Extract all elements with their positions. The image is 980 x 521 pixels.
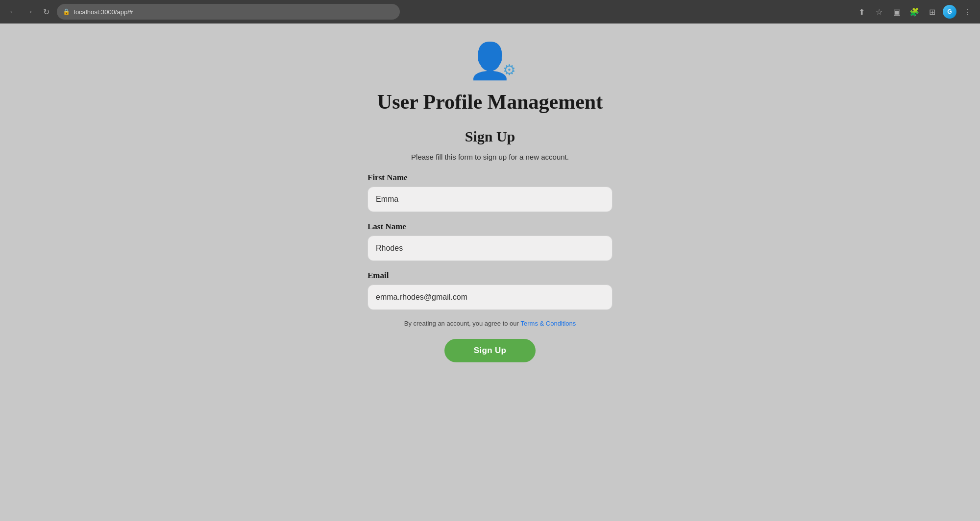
split-view-icon[interactable]: ⊞ <box>925 5 939 19</box>
email-group: Email <box>368 271 612 310</box>
form-title: Sign Up <box>465 128 515 145</box>
signup-form: Sign Up Please fill this form to sign up… <box>368 128 612 362</box>
page-content: 👤 ⚙ User Profile Management Sign Up Plea… <box>0 24 980 521</box>
last-name-input[interactable] <box>368 236 612 261</box>
back-button[interactable]: ← <box>6 5 20 19</box>
email-input[interactable] <box>368 284 612 310</box>
user-avatar[interactable]: G <box>943 5 956 19</box>
address-bar[interactable]: 🔒 localhost:3000/app/# <box>57 4 400 20</box>
forward-button[interactable]: → <box>23 5 36 19</box>
app-title: User Profile Management <box>377 90 603 114</box>
terms-prefix: By creating an account, you agree to our <box>404 320 521 327</box>
share-icon[interactable]: ⬆ <box>855 5 868 19</box>
browser-actions: ⬆ ☆ ▣ 🧩 ⊞ G ⋮ <box>855 5 974 19</box>
url-text: localhost:3000/app/# <box>74 8 133 16</box>
form-subtitle: Please fill this form to sign up for a n… <box>411 153 569 161</box>
app-icon: 👤 ⚙ <box>468 43 512 78</box>
terms-link[interactable]: Terms & Conditions <box>521 320 576 327</box>
settings-gear-icon: ⚙ <box>503 61 516 78</box>
first-name-label: First Name <box>368 173 612 183</box>
extensions-icon[interactable]: 🧩 <box>907 5 921 19</box>
reload-button[interactable]: ↻ <box>39 5 53 19</box>
last-name-group: Last Name <box>368 222 612 261</box>
nav-buttons: ← → ↻ <box>6 5 53 19</box>
browser-chrome: ← → ↻ 🔒 localhost:3000/app/# ⬆ ☆ ▣ 🧩 ⊞ G… <box>0 0 980 24</box>
signup-button[interactable]: Sign Up <box>444 339 536 362</box>
terms-text: By creating an account, you agree to our… <box>404 320 576 327</box>
email-label: Email <box>368 271 612 281</box>
tab-search-icon[interactable]: ▣ <box>890 5 904 19</box>
menu-icon[interactable]: ⋮ <box>960 5 974 19</box>
first-name-group: First Name <box>368 173 612 212</box>
lock-icon: 🔒 <box>63 8 70 15</box>
last-name-label: Last Name <box>368 222 612 232</box>
first-name-input[interactable] <box>368 187 612 212</box>
bookmark-icon[interactable]: ☆ <box>872 5 886 19</box>
